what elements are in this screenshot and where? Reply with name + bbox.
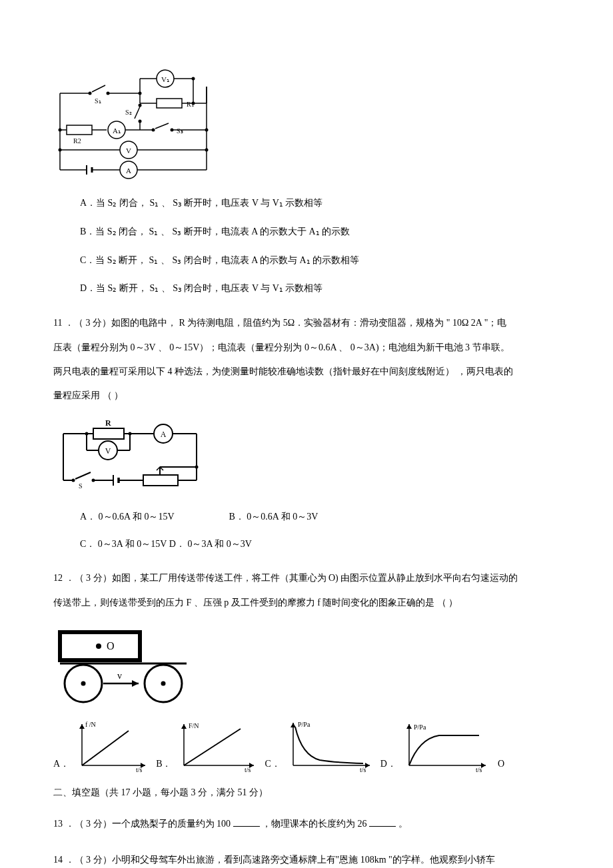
svg-text:R: R — [105, 420, 111, 428]
q12-label-b: B． — [156, 757, 171, 771]
svg-rect-15 — [157, 99, 182, 108]
q12-label-d: D． — [380, 757, 396, 771]
svg-text:R2: R2 — [73, 137, 81, 145]
q11-line3: 两只电表的量程可采用以下 4 种选法，为使测量时能较准确地读数（指针最好在中间刻… — [53, 360, 560, 384]
q13-part2: ，物理课本的长度约为 26 — [260, 819, 370, 829]
q11-option-d: D． 0～3A 和 0～3V — [169, 534, 252, 555]
svg-text:t/s: t/s — [360, 766, 366, 772]
svg-text:t/s: t/s — [245, 766, 251, 772]
svg-rect-26 — [67, 125, 92, 135]
q12-line2: 传送带上，则传送带受到的压力 F 、压强 p 及工件受到的摩擦力 f 随时间变化… — [53, 591, 560, 615]
svg-point-56 — [192, 102, 195, 105]
q12-trail-o: O — [498, 757, 504, 771]
q10-circuit-diagram: V₁ R1 S₂ S₁ R2 A₁ S₃ V — [53, 67, 560, 180]
svg-text:V₁: V₁ — [161, 75, 169, 83]
svg-text:S₁: S₁ — [95, 97, 101, 105]
svg-text:S: S — [79, 482, 83, 490]
svg-point-86 — [85, 432, 89, 435]
svg-line-103 — [82, 731, 129, 765]
svg-text:v: v — [117, 671, 122, 681]
svg-point-34 — [152, 129, 155, 132]
q13-part1: 13 ．（ 3 分）一个成熟梨子的质量约为 100 — [53, 819, 233, 829]
q12-graphs-row: A． f /N t/s B． F/N t/s C． P — [53, 719, 560, 772]
svg-point-90 — [96, 644, 101, 649]
q11-stem: 11 ．（ 3 分）如图的电路中， R 为待测电阻，阻值约为 5Ω．实验器材有：… — [53, 311, 560, 408]
svg-rect-81 — [143, 475, 178, 486]
q12-graph-a: A． f /N t/s — [53, 719, 152, 772]
q14-line1: 14 ．（ 3 分）小明和父母驾车外出旅游，看到高速路旁交通标牌上有"恩施 10… — [53, 848, 560, 868]
q12-graph-b: B． F/N t/s — [156, 719, 261, 772]
svg-text:A: A — [161, 430, 167, 439]
svg-text:f /N: f /N — [85, 721, 96, 728]
svg-line-108 — [184, 729, 241, 765]
q13-part3: 。 — [396, 819, 408, 829]
svg-point-3 — [89, 92, 92, 95]
q12-label-c: C． — [265, 757, 280, 771]
q12-graph-d: D． P/Pa t/s O — [380, 719, 504, 772]
q12-line1: 12 ．（ 3 分）如图，某工厂用传送带传送工件，将工件（其重心为 O) 由图示… — [53, 566, 560, 590]
svg-rect-58 — [93, 428, 124, 439]
svg-text:O: O — [107, 640, 115, 651]
q10-option-a: A．当 S₂ 闭合， S₁ 、 S₃ 断开时，电压表 V 与 V₁ 示数相等 — [80, 193, 560, 214]
svg-point-87 — [129, 432, 132, 435]
svg-text:V: V — [126, 147, 131, 155]
q11-option-c: C． 0～3A 和 0～15V — [80, 534, 167, 555]
q10-option-d: D．当 S₂ 断开， S₁ 、 S₃ 闭合时，电压表 V 与 V₁ 示数相等 — [80, 278, 560, 299]
q14: 14 ．（ 3 分）小明和父母驾车外出旅游，看到高速路旁交通标牌上有"恩施 10… — [53, 848, 560, 868]
svg-text:A: A — [126, 167, 131, 175]
q13-blank2[interactable] — [369, 817, 396, 827]
svg-text:t/s: t/s — [476, 766, 482, 772]
svg-point-94 — [81, 681, 86, 686]
svg-point-73 — [72, 478, 75, 482]
q11-line1: 11 ．（ 3 分）如图的电路中， R 为待测电阻，阻值约为 5Ω．实验器材有：… — [53, 311, 560, 335]
q11-options-row2: C． 0～3A 和 0～15V D． 0～3A 和 0～3V — [80, 534, 560, 555]
svg-text:S₂: S₂ — [125, 109, 132, 116]
svg-point-52 — [205, 129, 209, 132]
svg-point-54 — [139, 92, 142, 95]
q12-conveyor-diagram: O v — [53, 627, 560, 711]
svg-point-96 — [161, 681, 166, 686]
svg-text:S₃: S₃ — [177, 127, 183, 135]
svg-text:F/N: F/N — [189, 722, 199, 729]
q11-line2: 压表（量程分别为 0～3V 、 0～15V）；电流表（量程分别为 0～0.6A … — [53, 336, 560, 360]
svg-point-88 — [195, 465, 199, 468]
svg-line-21 — [135, 107, 140, 119]
svg-point-20 — [139, 104, 142, 107]
q11-option-a: A． 0～0.6A 和 0～15V — [80, 507, 227, 528]
q11-option-b: B． 0～0.6A 和 0～3V — [229, 507, 318, 528]
svg-line-74 — [75, 472, 91, 479]
q10-option-c: C．当 S₂ 断开， S₁ 、 S₃ 闭合时，电流表 A 的示数与 A₁ 的示数… — [80, 250, 560, 271]
q11-options-row1: A． 0～0.6A 和 0～15V B． 0～0.6A 和 0～3V — [80, 507, 560, 528]
svg-text:V: V — [105, 446, 111, 456]
q10-option-b: B．当 S₂ 闭合， S₁ 、 S₃ 断开时，电流表 A 的示数大于 A₁ 的示… — [80, 222, 560, 242]
q12-label-a: A． — [53, 757, 69, 771]
svg-line-35 — [155, 123, 169, 129]
svg-line-4 — [92, 85, 105, 92]
svg-text:t/s: t/s — [136, 766, 143, 772]
svg-text:A₁: A₁ — [113, 127, 121, 135]
q12-stem: 12 ．（ 3 分）如图，某工厂用传送带传送工件，将工件（其重心为 O) 由图示… — [53, 566, 560, 615]
q12-graph-c: C． P/Pa t/s — [265, 719, 376, 772]
section-2-header: 二、填空题（共 17 小题，每小题 3 分，满分 51 分） — [53, 785, 560, 800]
q13: 13 ．（ 3 分）一个成熟梨子的质量约为 100 ，物理课本的长度约为 26 … — [53, 812, 560, 836]
svg-point-53 — [205, 149, 209, 152]
svg-point-51 — [59, 149, 62, 152]
q13-blank1[interactable] — [233, 817, 260, 827]
q11-circuit-diagram: R A V S — [53, 420, 560, 494]
svg-text:P/Pa: P/Pa — [298, 721, 310, 728]
svg-point-50 — [59, 129, 62, 132]
svg-text:P/Pa: P/Pa — [414, 723, 426, 731]
svg-point-55 — [192, 77, 195, 81]
q11-line4: 量程应采用 （ ） — [53, 384, 560, 408]
